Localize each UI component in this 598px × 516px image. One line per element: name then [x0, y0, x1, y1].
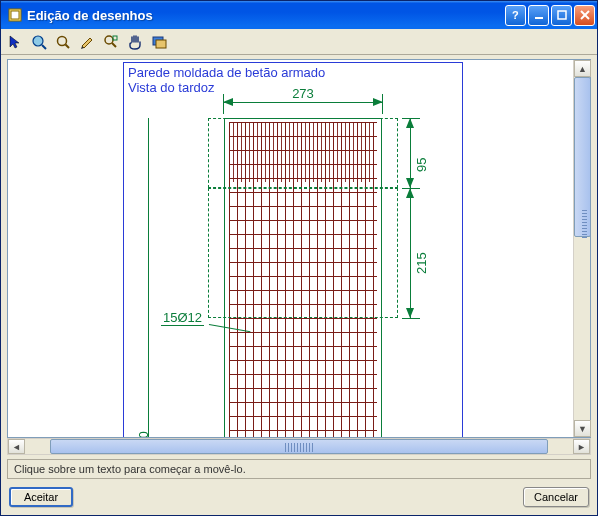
zoom-tool[interactable] — [53, 32, 73, 52]
scroll-down-button[interactable]: ▼ — [574, 420, 591, 437]
dimension-top: 273 — [223, 90, 383, 114]
drawing-title-line1: Parede moldada de betão armado — [128, 65, 325, 80]
scroll-grip-icon — [582, 210, 587, 238]
dimension-right-lower: 215 — [400, 188, 424, 318]
pan-tool[interactable] — [125, 32, 145, 52]
content-area: Parede moldada de betão armado Vista do … — [7, 59, 591, 455]
drawing-canvas[interactable]: Parede moldada de betão armado Vista do … — [8, 60, 573, 437]
svg-point-9 — [58, 36, 67, 45]
dimension-right-lower-value: 215 — [414, 252, 429, 274]
canvas-holder: Parede moldada de betão armado Vista do … — [7, 59, 591, 438]
scroll-right-button[interactable]: ► — [573, 439, 590, 454]
zoom-window-tool[interactable] — [29, 32, 49, 52]
maximize-button[interactable] — [551, 5, 572, 26]
pointer-tool[interactable] — [5, 32, 25, 52]
horizontal-scrollbar[interactable]: ◄ ► — [7, 438, 591, 455]
dimension-top-value: 273 — [283, 86, 323, 101]
svg-rect-15 — [156, 40, 166, 48]
zoom-extents-tool[interactable] — [101, 32, 121, 52]
svg-rect-1 — [11, 11, 19, 19]
horizontal-scroll-thumb[interactable] — [50, 439, 548, 454]
horizontal-scroll-track[interactable] — [25, 439, 573, 454]
svg-text:?: ? — [512, 9, 519, 21]
titlebar: Edição de desenhos ? — [1, 1, 597, 29]
status-bar: Clique sobre um texto para começar a mov… — [7, 459, 591, 479]
rebar-leader-text: 15Ø12 — [161, 310, 204, 326]
svg-point-11 — [105, 36, 113, 44]
minimize-button[interactable] — [528, 5, 549, 26]
cancel-button[interactable]: Cancelar — [523, 487, 589, 507]
svg-line-8 — [42, 45, 46, 49]
accept-button[interactable]: Aceitar — [9, 487, 73, 507]
window-title: Edição de desenhos — [27, 8, 505, 23]
edit-tool[interactable] — [77, 32, 97, 52]
dimension-left-value: 040 — [136, 431, 151, 437]
dialog-footer: Aceitar Cancelar — [1, 479, 597, 515]
close-button[interactable] — [574, 5, 595, 26]
redraw-tool[interactable] — [149, 32, 169, 52]
zone-lower — [208, 188, 398, 318]
app-icon — [7, 7, 23, 23]
dimension-left: 040 — [138, 118, 158, 437]
svg-line-12 — [112, 43, 116, 47]
scroll-up-button[interactable]: ▲ — [574, 60, 591, 77]
rebar-leader: 15Ø12 — [161, 316, 231, 332]
zone-upper — [208, 118, 398, 188]
toolbar — [1, 29, 597, 55]
status-text: Clique sobre um texto para começar a mov… — [14, 463, 246, 475]
drawing: Parede moldada de betão armado Vista do … — [28, 62, 548, 437]
svg-line-10 — [66, 44, 70, 48]
dialog-window: Edição de desenhos ? — [0, 0, 598, 516]
vertical-scrollbar[interactable]: ▲ ▼ — [573, 60, 590, 437]
dimension-right-upper: 95 — [400, 118, 424, 188]
window-controls: ? — [505, 5, 595, 26]
svg-rect-3 — [535, 17, 543, 19]
dimension-right-upper-value: 95 — [414, 158, 429, 172]
svg-point-7 — [33, 36, 43, 46]
scroll-left-button[interactable]: ◄ — [8, 439, 25, 454]
help-button[interactable]: ? — [505, 5, 526, 26]
scroll-grip-icon — [285, 443, 313, 452]
svg-rect-4 — [558, 11, 566, 19]
